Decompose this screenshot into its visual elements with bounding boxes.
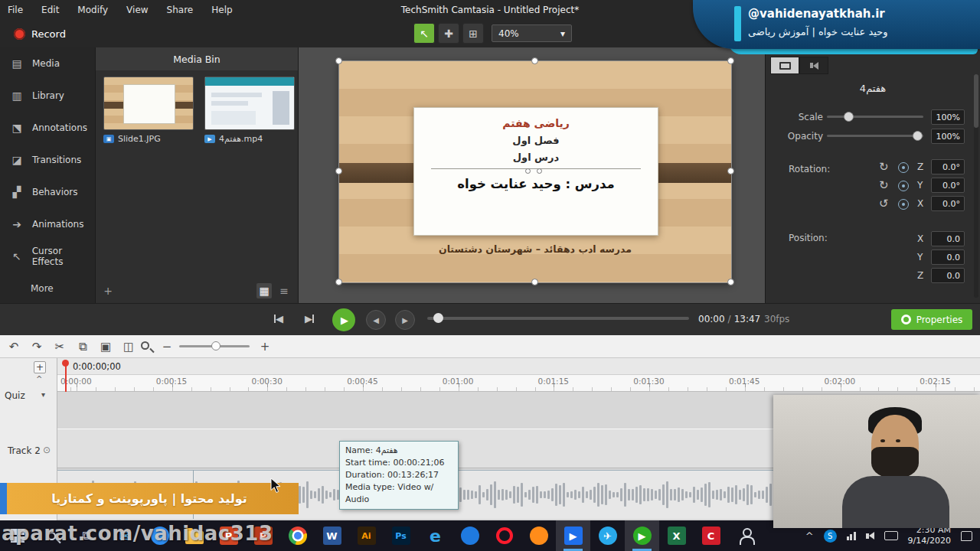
record-button[interactable]: Record xyxy=(6,24,74,44)
panel-scrollbar[interactable] xyxy=(974,74,978,298)
taskbar-app-telegram[interactable]: ✈ xyxy=(590,520,625,551)
prev-clip-button[interactable]: ◀ xyxy=(366,310,386,330)
scrubber-knob[interactable] xyxy=(433,313,443,323)
sidebar-item-cursor-effects[interactable]: ↖ Cursor Effects xyxy=(0,240,95,272)
selection-handle[interactable] xyxy=(531,279,538,285)
taskbar-app-word[interactable]: W xyxy=(315,520,349,551)
taskbar-app-people[interactable] xyxy=(728,520,763,551)
timeline-zoom-knob[interactable] xyxy=(211,341,220,350)
taskbar-app-media-player[interactable]: ▶ xyxy=(556,520,590,551)
media-item-slide1[interactable]: ▣ Slide1.JPG xyxy=(103,77,195,144)
chevron-down-icon[interactable]: ▾ xyxy=(41,390,45,399)
rotation-handle[interactable] xyxy=(537,168,542,174)
rotation-x-value[interactable]: 0.0° xyxy=(931,196,965,211)
taskbar-app-firefox[interactable] xyxy=(521,520,556,551)
position-x-value[interactable]: 0.0 xyxy=(931,231,965,246)
selection-handle[interactable] xyxy=(335,168,342,174)
sidebar-item-media[interactable]: ▤ Media xyxy=(0,47,95,80)
undo-button[interactable]: ↶ xyxy=(5,337,23,356)
next-frame-icon: ▶ xyxy=(305,313,312,324)
scale-slider[interactable] xyxy=(827,116,923,118)
opacity-value[interactable]: 100% xyxy=(931,129,965,144)
position-z-value[interactable]: 0.0 xyxy=(931,268,965,283)
zoom-out-button[interactable]: − xyxy=(158,337,176,356)
grid-view-button[interactable]: ▦ xyxy=(256,283,272,298)
volume-icon[interactable] xyxy=(866,532,874,540)
skype-tray-icon[interactable]: S xyxy=(824,530,837,543)
selection-handle[interactable] xyxy=(727,168,734,174)
rotation-handle[interactable] xyxy=(525,168,531,174)
split-button[interactable]: ◫ xyxy=(119,337,138,356)
touch-keyboard-icon[interactable] xyxy=(884,531,898,540)
timeline-zoom-slider[interactable] xyxy=(179,345,250,347)
taskbar-app-opera[interactable] xyxy=(487,520,521,551)
pan-tool-button[interactable]: ✚ xyxy=(438,23,459,44)
cut-button[interactable]: ✂ xyxy=(51,337,69,356)
slide-media[interactable]: ریاضی هفتم فصل اول درس اول مدرس : وحید ع… xyxy=(339,61,731,282)
rotate-x-icon[interactable]: ↺ xyxy=(879,197,889,210)
sidebar-item-icon: ▞ xyxy=(10,186,24,198)
playhead-line[interactable] xyxy=(65,363,67,392)
opacity-slider-knob[interactable] xyxy=(913,131,923,141)
copy-button[interactable]: ⧉ xyxy=(74,337,92,356)
record-label: Record xyxy=(31,28,66,40)
collapse-tracks-icon[interactable]: ^ xyxy=(36,375,42,383)
rotate-z-icon[interactable]: ↻ xyxy=(879,160,889,174)
menu-modify[interactable]: Modify xyxy=(77,5,108,15)
redo-button[interactable]: ↷ xyxy=(28,337,46,356)
menu-share[interactable]: Share xyxy=(167,5,194,15)
selection-handle[interactable] xyxy=(531,57,538,64)
select-tool-button[interactable]: ↖ xyxy=(413,23,435,44)
app-icon xyxy=(461,527,479,545)
add-media-button[interactable]: + xyxy=(100,283,116,298)
taskbar-app-camtasia[interactable]: ▶ xyxy=(625,520,659,551)
sidebar-item-animations[interactable]: ➔ Animations xyxy=(0,208,95,240)
zoom-in-button[interactable]: + xyxy=(256,337,274,356)
properties-button[interactable]: Properties xyxy=(891,309,972,330)
add-track-button[interactable]: + xyxy=(34,361,46,373)
crop-tool-button[interactable]: ⊞ xyxy=(462,23,484,44)
sidebar-item-behaviors[interactable]: ▞ Behaviors xyxy=(0,176,95,208)
opacity-slider[interactable] xyxy=(827,135,923,137)
selection-handle[interactable] xyxy=(335,279,342,285)
network-icon[interactable] xyxy=(847,532,856,540)
sidebar-item-library[interactable]: ▥ Library xyxy=(0,80,95,112)
sidebar-item-annotations[interactable]: ⬔ Annotations xyxy=(0,112,95,144)
prev-frame-button[interactable]: ◀ xyxy=(274,313,283,324)
next-frame-button[interactable]: ▶ xyxy=(305,313,314,324)
taskbar-app-red[interactable]: C xyxy=(694,520,728,551)
selection-handle[interactable] xyxy=(335,57,342,64)
rotation-z-value[interactable]: 0.0° xyxy=(931,159,965,174)
list-view-button[interactable]: ≡ xyxy=(276,283,292,298)
paste-button[interactable]: ▣ xyxy=(96,337,115,356)
scale-value[interactable]: 100% xyxy=(931,109,965,125)
rotation-y-value[interactable]: 0.0° xyxy=(931,178,965,193)
sidebar-more[interactable]: More xyxy=(31,283,54,294)
rotate-y-icon[interactable]: ↻ xyxy=(879,178,889,192)
position-y-value[interactable]: 0.0 xyxy=(931,249,965,265)
taskbar-app-blue-circle-2[interactable] xyxy=(452,520,487,551)
tray-expand-icon[interactable]: ^ xyxy=(805,530,814,542)
clip-tooltip: Name: هفتم4 Start time: 00:00:21;06 Dura… xyxy=(339,441,459,510)
action-center-icon[interactable] xyxy=(961,531,972,541)
play-button[interactable]: ▶ xyxy=(332,308,355,331)
taskbar-app-photoshop[interactable]: Ps xyxy=(384,520,418,551)
badge-handle: @vahidenayatkhah.ir xyxy=(748,7,885,21)
sidebar-item-transitions[interactable]: ◪ Transitions xyxy=(0,144,95,176)
taskbar-app-edge[interactable]: e xyxy=(418,520,452,551)
menu-help[interactable]: Help xyxy=(211,5,232,15)
taskbar-app-chrome[interactable] xyxy=(280,520,315,551)
scale-slider-knob[interactable] xyxy=(844,112,854,122)
canvas-zoom-select[interactable]: 40% ▾ xyxy=(492,24,572,42)
track2-eye-icon[interactable]: ⊙ xyxy=(43,445,51,455)
taskbar-app-illustrator[interactable]: Ai xyxy=(349,520,384,551)
selection-handle[interactable] xyxy=(727,279,734,285)
media-item-video[interactable]: ▶ هفتم4.mp4 xyxy=(204,77,296,144)
quiz-dropdown[interactable]: Quiz xyxy=(5,390,25,401)
menu-view[interactable]: View xyxy=(126,5,148,15)
playback-scrubber[interactable] xyxy=(427,317,689,320)
menu-edit[interactable]: Edit xyxy=(41,5,59,15)
taskbar-app-excel[interactable]: X xyxy=(659,520,694,551)
menu-file[interactable]: File xyxy=(8,5,23,15)
next-clip-button[interactable]: ▶ xyxy=(395,310,415,330)
